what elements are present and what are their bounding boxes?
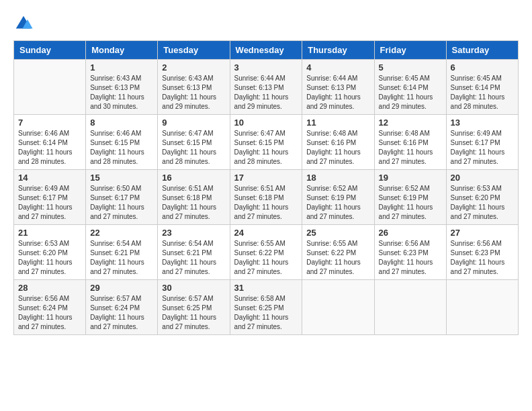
logo-icon bbox=[13, 13, 34, 34]
day-number: 17 bbox=[234, 173, 298, 183]
calendar-day-cell: 31Sunrise: 6:58 AM Sunset: 6:25 PM Dayli… bbox=[230, 280, 302, 335]
day-number: 28 bbox=[18, 283, 81, 293]
day-info: Sunrise: 6:51 AM Sunset: 6:18 PM Dayligh… bbox=[162, 184, 225, 222]
calendar-day-cell: 4Sunrise: 6:44 AM Sunset: 6:13 PM Daylig… bbox=[302, 60, 374, 115]
day-number: 30 bbox=[162, 283, 225, 293]
day-info: Sunrise: 6:58 AM Sunset: 6:25 PM Dayligh… bbox=[234, 294, 298, 332]
calendar-day-cell: 19Sunrise: 6:52 AM Sunset: 6:19 PM Dayli… bbox=[374, 170, 446, 225]
calendar-day-cell: 1Sunrise: 6:43 AM Sunset: 6:13 PM Daylig… bbox=[86, 60, 158, 115]
calendar-day-cell: 17Sunrise: 6:51 AM Sunset: 6:18 PM Dayli… bbox=[230, 170, 302, 225]
day-info: Sunrise: 6:54 AM Sunset: 6:21 PM Dayligh… bbox=[90, 239, 153, 277]
logo bbox=[13, 13, 36, 34]
day-info: Sunrise: 6:57 AM Sunset: 6:24 PM Dayligh… bbox=[90, 294, 153, 332]
day-info: Sunrise: 6:47 AM Sunset: 6:15 PM Dayligh… bbox=[234, 129, 298, 167]
calendar-day-cell: 2Sunrise: 6:43 AM Sunset: 6:13 PM Daylig… bbox=[158, 60, 230, 115]
day-info: Sunrise: 6:56 AM Sunset: 6:23 PM Dayligh… bbox=[379, 239, 442, 277]
day-number: 29 bbox=[90, 283, 153, 293]
day-number: 19 bbox=[379, 173, 442, 183]
calendar-day-cell: 13Sunrise: 6:49 AM Sunset: 6:17 PM Dayli… bbox=[446, 115, 518, 170]
calendar-day-cell: 16Sunrise: 6:51 AM Sunset: 6:18 PM Dayli… bbox=[158, 170, 230, 225]
day-number: 14 bbox=[18, 173, 81, 183]
calendar-week-row: 28Sunrise: 6:56 AM Sunset: 6:24 PM Dayli… bbox=[14, 280, 519, 335]
calendar-day-cell: 29Sunrise: 6:57 AM Sunset: 6:24 PM Dayli… bbox=[86, 280, 158, 335]
day-header: Thursday bbox=[302, 41, 374, 60]
day-info: Sunrise: 6:46 AM Sunset: 6:14 PM Dayligh… bbox=[18, 129, 81, 167]
calendar-table: SundayMondayTuesdayWednesdayThursdayFrid… bbox=[13, 40, 519, 335]
day-info: Sunrise: 6:56 AM Sunset: 6:24 PM Dayligh… bbox=[18, 294, 81, 332]
calendar-day-cell: 26Sunrise: 6:56 AM Sunset: 6:23 PM Dayli… bbox=[374, 225, 446, 280]
calendar-day-cell: 11Sunrise: 6:48 AM Sunset: 6:16 PM Dayli… bbox=[302, 115, 374, 170]
calendar-day-cell: 9Sunrise: 6:47 AM Sunset: 6:15 PM Daylig… bbox=[158, 115, 230, 170]
calendar-day-cell: 18Sunrise: 6:52 AM Sunset: 6:19 PM Dayli… bbox=[302, 170, 374, 225]
day-info: Sunrise: 6:43 AM Sunset: 6:13 PM Dayligh… bbox=[162, 74, 225, 111]
day-info: Sunrise: 6:53 AM Sunset: 6:20 PM Dayligh… bbox=[18, 239, 81, 277]
calendar-day-cell bbox=[374, 280, 446, 335]
day-info: Sunrise: 6:51 AM Sunset: 6:18 PM Dayligh… bbox=[234, 184, 298, 222]
day-header: Tuesday bbox=[158, 41, 230, 60]
calendar-day-cell: 27Sunrise: 6:56 AM Sunset: 6:23 PM Dayli… bbox=[446, 225, 518, 280]
calendar-day-cell: 6Sunrise: 6:45 AM Sunset: 6:14 PM Daylig… bbox=[446, 60, 518, 115]
day-header: Friday bbox=[374, 41, 446, 60]
day-number: 24 bbox=[234, 228, 298, 238]
day-number: 18 bbox=[306, 173, 369, 183]
calendar-week-row: 7Sunrise: 6:46 AM Sunset: 6:14 PM Daylig… bbox=[14, 115, 519, 170]
calendar-day-cell: 14Sunrise: 6:49 AM Sunset: 6:17 PM Dayli… bbox=[14, 170, 86, 225]
day-header: Wednesday bbox=[230, 41, 302, 60]
day-header: Sunday bbox=[14, 41, 86, 60]
day-info: Sunrise: 6:47 AM Sunset: 6:15 PM Dayligh… bbox=[162, 129, 225, 167]
day-info: Sunrise: 6:44 AM Sunset: 6:13 PM Dayligh… bbox=[306, 74, 369, 111]
day-number: 21 bbox=[18, 228, 81, 238]
day-number: 7 bbox=[18, 118, 81, 128]
day-number: 23 bbox=[162, 228, 225, 238]
day-number: 25 bbox=[306, 228, 369, 238]
day-number: 5 bbox=[379, 62, 442, 73]
day-header: Monday bbox=[86, 41, 158, 60]
day-info: Sunrise: 6:44 AM Sunset: 6:13 PM Dayligh… bbox=[234, 74, 298, 111]
day-info: Sunrise: 6:45 AM Sunset: 6:14 PM Dayligh… bbox=[379, 74, 442, 111]
day-header: Saturday bbox=[446, 41, 518, 60]
day-info: Sunrise: 6:50 AM Sunset: 6:17 PM Dayligh… bbox=[90, 184, 153, 222]
calendar-week-row: 1Sunrise: 6:43 AM Sunset: 6:13 PM Daylig… bbox=[14, 60, 519, 115]
calendar-day-cell: 24Sunrise: 6:55 AM Sunset: 6:22 PM Dayli… bbox=[230, 225, 302, 280]
calendar-day-cell: 15Sunrise: 6:50 AM Sunset: 6:17 PM Dayli… bbox=[86, 170, 158, 225]
calendar-day-cell: 10Sunrise: 6:47 AM Sunset: 6:15 PM Dayli… bbox=[230, 115, 302, 170]
day-number: 6 bbox=[451, 62, 514, 73]
calendar-day-cell: 23Sunrise: 6:54 AM Sunset: 6:21 PM Dayli… bbox=[158, 225, 230, 280]
page-header bbox=[13, 13, 519, 34]
day-number: 13 bbox=[451, 118, 514, 128]
day-number: 16 bbox=[162, 173, 225, 183]
calendar-day-cell: 30Sunrise: 6:57 AM Sunset: 6:25 PM Dayli… bbox=[158, 280, 230, 335]
calendar-day-cell: 21Sunrise: 6:53 AM Sunset: 6:20 PM Dayli… bbox=[14, 225, 86, 280]
calendar-day-cell: 22Sunrise: 6:54 AM Sunset: 6:21 PM Dayli… bbox=[86, 225, 158, 280]
calendar-day-cell bbox=[14, 60, 86, 115]
day-number: 31 bbox=[234, 283, 298, 293]
calendar-day-cell: 20Sunrise: 6:53 AM Sunset: 6:20 PM Dayli… bbox=[446, 170, 518, 225]
day-number: 20 bbox=[451, 173, 514, 183]
calendar-day-cell: 8Sunrise: 6:46 AM Sunset: 6:15 PM Daylig… bbox=[86, 115, 158, 170]
day-number: 8 bbox=[90, 118, 153, 128]
day-info: Sunrise: 6:57 AM Sunset: 6:25 PM Dayligh… bbox=[162, 294, 225, 332]
day-number: 26 bbox=[379, 228, 442, 238]
calendar-day-cell: 7Sunrise: 6:46 AM Sunset: 6:14 PM Daylig… bbox=[14, 115, 86, 170]
day-number: 3 bbox=[234, 62, 298, 73]
calendar-day-cell: 28Sunrise: 6:56 AM Sunset: 6:24 PM Dayli… bbox=[14, 280, 86, 335]
day-number: 4 bbox=[306, 62, 369, 73]
calendar-day-cell: 25Sunrise: 6:55 AM Sunset: 6:22 PM Dayli… bbox=[302, 225, 374, 280]
day-info: Sunrise: 6:45 AM Sunset: 6:14 PM Dayligh… bbox=[451, 74, 514, 111]
day-info: Sunrise: 6:52 AM Sunset: 6:19 PM Dayligh… bbox=[306, 184, 369, 222]
day-number: 2 bbox=[162, 62, 225, 73]
day-info: Sunrise: 6:53 AM Sunset: 6:20 PM Dayligh… bbox=[451, 184, 514, 222]
calendar-day-cell: 5Sunrise: 6:45 AM Sunset: 6:14 PM Daylig… bbox=[374, 60, 446, 115]
day-number: 9 bbox=[162, 118, 225, 128]
calendar-day-cell: 3Sunrise: 6:44 AM Sunset: 6:13 PM Daylig… bbox=[230, 60, 302, 115]
day-number: 1 bbox=[90, 62, 153, 73]
day-info: Sunrise: 6:46 AM Sunset: 6:15 PM Dayligh… bbox=[90, 129, 153, 167]
day-info: Sunrise: 6:43 AM Sunset: 6:13 PM Dayligh… bbox=[90, 74, 153, 111]
day-info: Sunrise: 6:55 AM Sunset: 6:22 PM Dayligh… bbox=[234, 239, 298, 277]
calendar-header-row: SundayMondayTuesdayWednesdayThursdayFrid… bbox=[14, 41, 519, 60]
day-info: Sunrise: 6:48 AM Sunset: 6:16 PM Dayligh… bbox=[379, 129, 442, 167]
calendar-day-cell bbox=[302, 280, 374, 335]
calendar-day-cell bbox=[446, 280, 518, 335]
day-number: 10 bbox=[234, 118, 298, 128]
day-info: Sunrise: 6:52 AM Sunset: 6:19 PM Dayligh… bbox=[379, 184, 442, 222]
